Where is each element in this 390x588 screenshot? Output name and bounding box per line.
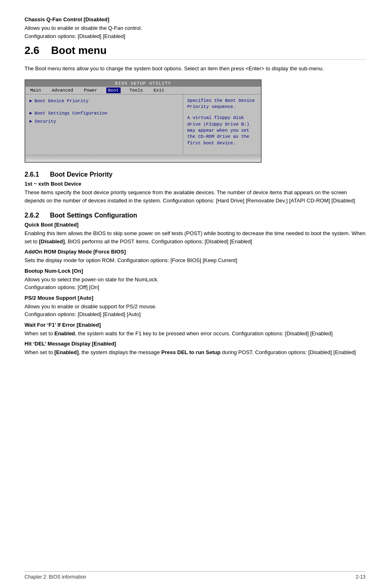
section-262: 2.6.2 Boot Settings Configuration Quick …: [25, 212, 365, 357]
bios-arrow-icon: ►: [29, 99, 32, 103]
bios-menu-main: Main: [29, 88, 43, 93]
hit-del-heading: Hit ‘DEL’ Message Display [Enabled]: [25, 341, 365, 347]
boot-menu-intro: The Boot menu items allow you to change …: [25, 65, 365, 73]
page-footer: Chapter 2: BIOS information 2-13: [25, 571, 365, 580]
section-261-heading: 2.6.1 Boot Device Priority: [25, 171, 365, 178]
boot-menu-heading: 2.6 Boot menu: [25, 44, 365, 60]
boot-menu-title: Boot menu: [51, 44, 107, 56]
bios-arrow-icon-3: ►: [29, 119, 32, 124]
ps2-mouse-heading: PS/2 Mouse Support [Auto]: [25, 295, 365, 301]
bios-item-boot-settings-label: Boot Settings Configuration: [35, 111, 108, 116]
addon-rom-text: Sets the display mode for option ROM. Co…: [25, 256, 365, 265]
section-261-text: These items specify the boot device prio…: [25, 189, 365, 204]
bios-left-panel: ► Boot Device Priority ► Boot Settings C…: [25, 94, 183, 155]
bios-help-text-1: Specifies the Boot Device Priority seque…: [187, 98, 257, 110]
bios-help-text-2: A virtual floppy disk drive (Floppy Driv…: [187, 115, 257, 146]
bios-title: BIOS SETUP UTILITY: [25, 80, 261, 87]
bios-item-boot-device-label: Boot Device Priority: [35, 99, 89, 103]
bios-arrow-icon-2: ►: [29, 111, 32, 116]
hit-del-text: When set to [Enabled], the system displa…: [25, 348, 365, 357]
quick-boot-heading: Quick Boot [Enabled]: [25, 222, 365, 228]
bios-menu-bar: Main Advanced Power Boot Tools Exit: [25, 87, 261, 94]
section-262-heading: 2.6.2 Boot Settings Configuration: [25, 212, 365, 219]
bios-item-security-label: Security: [35, 119, 56, 124]
bios-menu-power: Power: [82, 88, 99, 93]
wait-f1-heading: Wait For ‘F1’ If Error [Enabled]: [25, 322, 365, 328]
numlock-text: Allows you to select the power-on state …: [25, 276, 365, 292]
chassis-heading: Chassis Q-Fan Control [Disabled]: [25, 16, 365, 22]
bios-right-panel: Specifies the Boot Device Priority seque…: [183, 94, 261, 155]
footer-chapter: Chapter 2: BIOS information: [25, 574, 86, 580]
chassis-section: Chassis Q-Fan Control [Disabled] Allows …: [25, 16, 365, 40]
bios-menu-advanced: Advanced: [50, 88, 75, 93]
section-261: 2.6.1 Boot Device Priority 1st ~ xxth Bo…: [25, 171, 365, 204]
addon-rom-heading: AddOn ROM Display Mode [Force BIOS]: [25, 249, 365, 255]
bios-item-boot-device: ► Boot Device Priority: [29, 99, 179, 103]
quick-boot-text: Enabling this item allows the BIOS to sk…: [25, 229, 365, 245]
section-261-sub: 1st ~ xxth Boot Device: [25, 181, 365, 187]
bios-screenshot: BIOS SETUP UTILITY Main Advanced Power B…: [25, 79, 262, 163]
bios-bottom-decoration: [25, 155, 261, 162]
bios-menu-exit: Exit: [152, 88, 166, 93]
wait-f1-text: When set to Enabled, the system waits fo…: [25, 330, 365, 338]
bios-item-security: ► Security: [29, 119, 179, 124]
ps2-mouse-text: Allows you to enable or disable support …: [25, 303, 365, 319]
boot-menu-number: 2.6: [25, 44, 39, 56]
numlock-heading: Bootup Num-Lock [On]: [25, 268, 365, 274]
bios-menu-boot: Boot: [106, 88, 120, 93]
bios-menu-tools: Tools: [128, 88, 145, 93]
bios-item-boot-settings: ► Boot Settings Configuration: [29, 111, 179, 116]
bios-body: ► Boot Device Priority ► Boot Settings C…: [25, 94, 261, 155]
chassis-text: Allows you to enable or disable the Q-Fa…: [25, 24, 365, 40]
footer-page: 2-13: [356, 574, 365, 580]
boot-menu-section: 2.6 Boot menu The Boot menu items allow …: [25, 44, 365, 163]
